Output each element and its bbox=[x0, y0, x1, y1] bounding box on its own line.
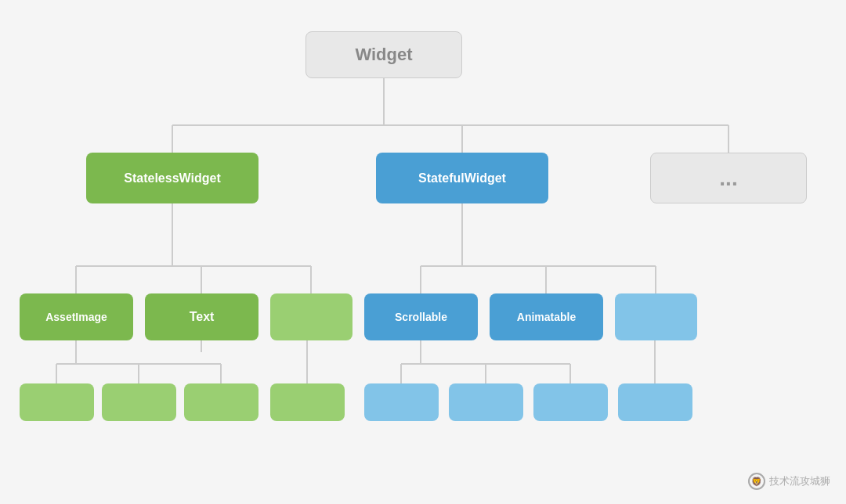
diagram-container: Widget StatelessWidget StatefulWidget ..… bbox=[0, 0, 846, 504]
blue4-2-node bbox=[449, 383, 523, 421]
widget-node: Widget bbox=[306, 31, 462, 78]
blue4-1-node bbox=[364, 383, 439, 421]
assetimage-node: AssetImage bbox=[20, 293, 133, 340]
green4-2-node bbox=[102, 383, 176, 421]
stateless-widget-node: StatelessWidget bbox=[86, 153, 258, 203]
green4-1-node bbox=[20, 383, 94, 421]
dots-label: ... bbox=[719, 166, 737, 191]
stateful-widget-node: StatefulWidget bbox=[376, 153, 548, 203]
scrollable-node: Scrollable bbox=[364, 293, 478, 340]
blue4-4-node bbox=[618, 383, 692, 421]
dots-node: ... bbox=[650, 153, 807, 203]
green4-4-node bbox=[270, 383, 345, 421]
animatable-label: Animatable bbox=[517, 311, 576, 323]
assetimage-label: AssetImage bbox=[45, 311, 107, 323]
stateful-label: StatefulWidget bbox=[418, 171, 506, 185]
stateless-label: StatelessWidget bbox=[124, 171, 220, 185]
animatable-node: Animatable bbox=[490, 293, 603, 340]
watermark-icon: 🦁 bbox=[748, 473, 765, 490]
widget-label: Widget bbox=[355, 45, 412, 65]
blue4-3-node bbox=[533, 383, 608, 421]
green3-node bbox=[270, 293, 352, 340]
blue3-node bbox=[615, 293, 697, 340]
watermark: 🦁 技术流攻城狮 bbox=[748, 473, 830, 490]
text-node: Text bbox=[145, 293, 258, 340]
text-label: Text bbox=[190, 310, 215, 324]
watermark-text: 技术流攻城狮 bbox=[769, 474, 830, 488]
green4-3-node bbox=[184, 383, 258, 421]
scrollable-label: Scrollable bbox=[395, 311, 447, 323]
